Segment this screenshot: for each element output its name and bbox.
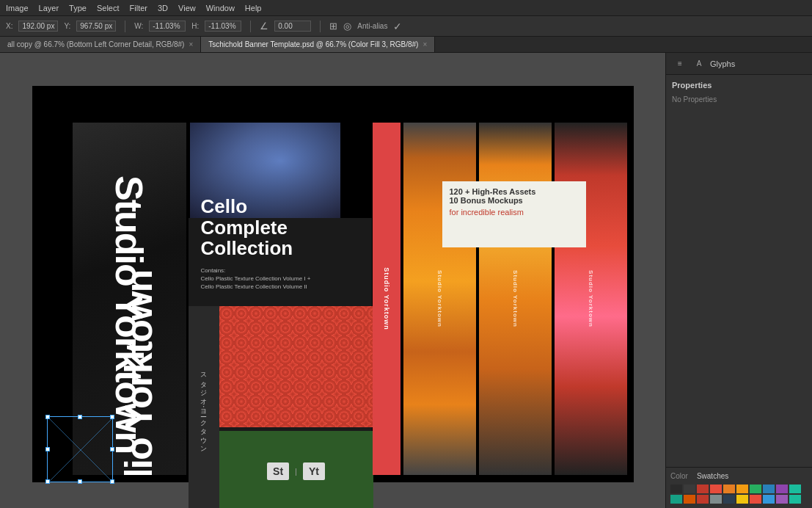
color-swatch[interactable]: [670, 495, 682, 504]
tab-1-label: all copy @ 66.7% (Bottom Left Corner Det…: [7, 40, 184, 48]
options-bar: X: 192.00 px Y: 967.50 px W: -11.03% H: …: [0, 16, 812, 37]
w-label: W:: [134, 22, 143, 30]
plastic-text-1: Studio Yorktown: [436, 270, 443, 327]
h-value-field[interactable]: -11.03%: [205, 21, 241, 32]
callout-box: 120 + High-Res Assets 10 Bonus Mockups f…: [442, 181, 586, 247]
strip-orange-text: Studio Yorktown: [383, 267, 390, 330]
tab-bar: all copy @ 66.7% (Bottom Left Corner Det…: [0, 37, 812, 53]
menu-view[interactable]: View: [178, 4, 196, 12]
plastic-item-2: Studio Yorktown: [479, 123, 552, 475]
properties-icon[interactable]: ≡: [672, 56, 688, 72]
menu-filter[interactable]: Filter: [130, 4, 147, 12]
color-tab[interactable]: Color: [670, 472, 688, 480]
warp-icon[interactable]: ⊞: [329, 21, 337, 32]
menu-type[interactable]: Type: [69, 4, 87, 12]
color-swatch[interactable]: [789, 485, 801, 493]
separator-3: [320, 21, 321, 32]
no-properties-text: No Properties: [672, 95, 806, 104]
title-text-block: Cello Complete Collection Contains: Cell…: [192, 189, 320, 298]
contains-label: Contains: Cello Plastic Texture Collecti…: [201, 266, 311, 291]
panel-red-bubbles: [219, 306, 373, 427]
angle-value-field[interactable]: 0.00: [274, 21, 311, 32]
color-swatch[interactable]: [763, 495, 775, 504]
plastic-item-3: Studio Yorktown: [555, 123, 627, 475]
color-swatch[interactable]: [684, 495, 695, 504]
menu-3d[interactable]: 3D: [158, 4, 168, 12]
x-label: X:: [6, 22, 12, 30]
tab-2-label: Tschichold Banner Template.psd @ 66.7% (…: [208, 40, 418, 48]
tab-2[interactable]: Tschichold Banner Template.psd @ 66.7% (…: [201, 37, 435, 52]
menu-layer[interactable]: Layer: [39, 4, 59, 12]
properties-title: Properties: [672, 81, 806, 90]
color-swatch[interactable]: [763, 485, 775, 493]
main-studio-text: Studio Yorktown: [107, 175, 151, 453]
panel-japanese: スタジオ・ヨークタウン: [189, 306, 219, 508]
properties-section: Properties No Properties: [666, 75, 812, 467]
selection-handle-ml[interactable]: [45, 447, 50, 451]
badge-sep: |: [295, 467, 297, 476]
canvas-area[interactable]: Studio Yorktown Studio Yorktown Cello Co…: [0, 53, 665, 508]
selection-handle-bl[interactable]: [45, 479, 50, 484]
color-swatch[interactable]: [684, 485, 695, 493]
menu-window[interactable]: Window: [206, 4, 235, 12]
separator-1: [125, 21, 125, 32]
tab-1-close[interactable]: ×: [189, 40, 193, 48]
artwork-canvas: Studio Yorktown Studio Yorktown Cello Co…: [32, 86, 634, 482]
panel-left: Studio Yorktown Studio Yorktown: [73, 123, 186, 475]
color-swatch[interactable]: [710, 495, 722, 504]
title-line1: Cello: [201, 196, 311, 217]
color-swatch[interactable]: [736, 495, 748, 504]
glyphs-icon[interactable]: A: [691, 56, 707, 72]
plastic-text-2: Studio Yorktown: [512, 270, 519, 327]
selection-handle-bm[interactable]: [78, 479, 82, 484]
selection-handle-br[interactable]: [110, 479, 114, 484]
color-swatch[interactable]: [723, 485, 735, 493]
selection-handle-tl[interactable]: [45, 415, 50, 419]
panel-header-tabs: ≡ A Glyphs: [666, 53, 812, 75]
tab-1[interactable]: all copy @ 66.7% (Bottom Left Corner Det…: [0, 37, 201, 52]
plastic-item-1: Studio Yorktown: [403, 123, 476, 475]
angle-icon: ∠: [260, 21, 268, 32]
right-panel: ≡ A Glyphs Properties No Properties Colo…: [665, 53, 812, 508]
main-area: Studio Yorktown Studio Yorktown Cello Co…: [0, 53, 812, 508]
menu-help[interactable]: Help: [245, 4, 262, 12]
plastic-text-3: Studio Yorktown: [588, 270, 594, 327]
color-swatch[interactable]: [670, 485, 682, 493]
menu-image[interactable]: Image: [6, 4, 29, 12]
color-swatch[interactable]: [723, 495, 735, 504]
panel-right: Studio Yorktown Studio Yorktown Studio Y…: [403, 123, 627, 475]
menu-select[interactable]: Select: [97, 4, 120, 12]
color-swatch[interactable]: [697, 485, 709, 493]
y-value-field[interactable]: 967.50 px: [76, 21, 116, 32]
japanese-text: スタジオ・ヨークタウン: [199, 368, 208, 450]
title-line2: Complete: [201, 217, 311, 239]
color-swatches-tabs: Color Swatches: [670, 472, 808, 480]
color-swatch[interactable]: [750, 485, 761, 493]
callout-line1: 120 + High-Res Assets: [450, 187, 579, 196]
strip-orange: Studio Yorktown: [373, 123, 400, 475]
menu-bar: Image Layer Type Select Filter 3D View W…: [0, 0, 812, 16]
x-value-field[interactable]: 192.00 px: [18, 21, 58, 32]
color-swatch[interactable]: [697, 495, 709, 504]
h-label: H:: [191, 22, 199, 30]
badge-yt: Yt: [303, 462, 325, 480]
color-swatch[interactable]: [776, 495, 788, 504]
commit-icon[interactable]: ✓: [393, 21, 402, 32]
separator-2: [250, 21, 251, 32]
anti-alias-label: Anti-alias: [357, 22, 387, 30]
puppet-icon[interactable]: ◎: [343, 21, 351, 32]
color-swatch[interactable]: [750, 495, 761, 504]
callout-line2: 10 Bonus Mockups: [450, 196, 579, 205]
w-value-field[interactable]: -11.03%: [149, 21, 186, 32]
glyphs-label: Glyphs: [710, 59, 735, 68]
swatches-section: Color Swatches: [666, 467, 812, 508]
color-swatch[interactable]: [710, 485, 722, 493]
color-swatch[interactable]: [736, 485, 748, 493]
tab-2-close[interactable]: ×: [423, 40, 427, 48]
y-label: Y:: [64, 22, 70, 30]
panel-green-badges: St | Yt: [219, 431, 373, 508]
swatches-grid: [670, 485, 808, 504]
swatches-tab[interactable]: Swatches: [697, 472, 728, 480]
color-swatch[interactable]: [776, 485, 788, 493]
color-swatch[interactable]: [789, 495, 801, 504]
